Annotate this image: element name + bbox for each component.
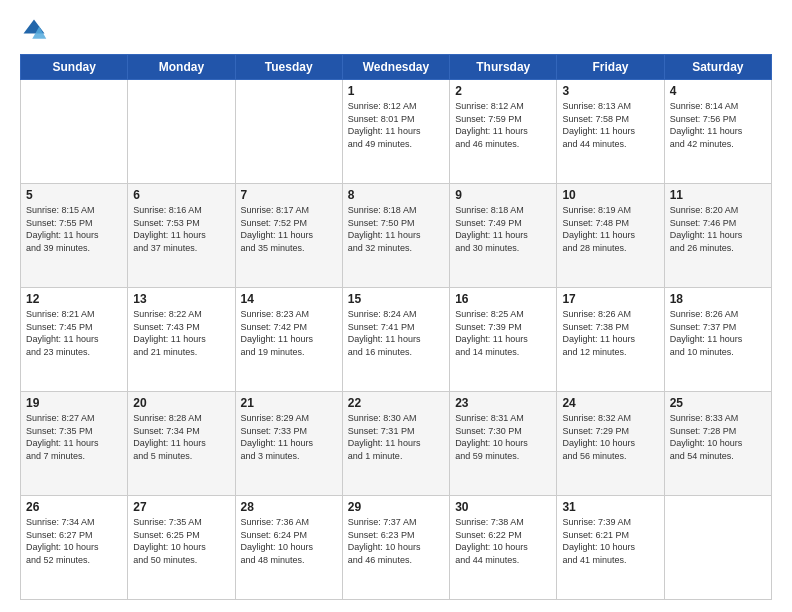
weekday-header-thursday: Thursday xyxy=(450,55,557,80)
day-info: Sunrise: 8:20 AM Sunset: 7:46 PM Dayligh… xyxy=(670,204,766,254)
day-cell-21: 21Sunrise: 8:29 AM Sunset: 7:33 PM Dayli… xyxy=(235,392,342,496)
day-number: 17 xyxy=(562,292,658,306)
day-cell-25: 25Sunrise: 8:33 AM Sunset: 7:28 PM Dayli… xyxy=(664,392,771,496)
day-number: 16 xyxy=(455,292,551,306)
day-info: Sunrise: 7:37 AM Sunset: 6:23 PM Dayligh… xyxy=(348,516,444,566)
day-cell-31: 31Sunrise: 7:39 AM Sunset: 6:21 PM Dayli… xyxy=(557,496,664,600)
day-number: 9 xyxy=(455,188,551,202)
day-cell-9: 9Sunrise: 8:18 AM Sunset: 7:49 PM Daylig… xyxy=(450,184,557,288)
day-number: 5 xyxy=(26,188,122,202)
day-info: Sunrise: 8:30 AM Sunset: 7:31 PM Dayligh… xyxy=(348,412,444,462)
weekday-header-friday: Friday xyxy=(557,55,664,80)
day-info: Sunrise: 8:15 AM Sunset: 7:55 PM Dayligh… xyxy=(26,204,122,254)
logo-icon xyxy=(20,16,48,44)
day-info: Sunrise: 8:18 AM Sunset: 7:49 PM Dayligh… xyxy=(455,204,551,254)
empty-cell xyxy=(664,496,771,600)
weekday-row: SundayMondayTuesdayWednesdayThursdayFrid… xyxy=(21,55,772,80)
page: SundayMondayTuesdayWednesdayThursdayFrid… xyxy=(0,0,792,612)
day-info: Sunrise: 8:16 AM Sunset: 7:53 PM Dayligh… xyxy=(133,204,229,254)
day-info: Sunrise: 8:12 AM Sunset: 8:01 PM Dayligh… xyxy=(348,100,444,150)
day-number: 3 xyxy=(562,84,658,98)
day-info: Sunrise: 8:14 AM Sunset: 7:56 PM Dayligh… xyxy=(670,100,766,150)
day-info: Sunrise: 8:25 AM Sunset: 7:39 PM Dayligh… xyxy=(455,308,551,358)
weekday-header-monday: Monday xyxy=(128,55,235,80)
day-cell-27: 27Sunrise: 7:35 AM Sunset: 6:25 PM Dayli… xyxy=(128,496,235,600)
day-number: 26 xyxy=(26,500,122,514)
day-cell-26: 26Sunrise: 7:34 AM Sunset: 6:27 PM Dayli… xyxy=(21,496,128,600)
day-cell-20: 20Sunrise: 8:28 AM Sunset: 7:34 PM Dayli… xyxy=(128,392,235,496)
day-info: Sunrise: 8:17 AM Sunset: 7:52 PM Dayligh… xyxy=(241,204,337,254)
day-cell-16: 16Sunrise: 8:25 AM Sunset: 7:39 PM Dayli… xyxy=(450,288,557,392)
day-number: 1 xyxy=(348,84,444,98)
day-cell-5: 5Sunrise: 8:15 AM Sunset: 7:55 PM Daylig… xyxy=(21,184,128,288)
day-cell-18: 18Sunrise: 8:26 AM Sunset: 7:37 PM Dayli… xyxy=(664,288,771,392)
day-cell-23: 23Sunrise: 8:31 AM Sunset: 7:30 PM Dayli… xyxy=(450,392,557,496)
day-cell-19: 19Sunrise: 8:27 AM Sunset: 7:35 PM Dayli… xyxy=(21,392,128,496)
day-number: 12 xyxy=(26,292,122,306)
day-info: Sunrise: 8:24 AM Sunset: 7:41 PM Dayligh… xyxy=(348,308,444,358)
day-cell-13: 13Sunrise: 8:22 AM Sunset: 7:43 PM Dayli… xyxy=(128,288,235,392)
day-number: 7 xyxy=(241,188,337,202)
weekday-header-saturday: Saturday xyxy=(664,55,771,80)
logo xyxy=(20,16,52,44)
day-number: 30 xyxy=(455,500,551,514)
day-number: 20 xyxy=(133,396,229,410)
day-info: Sunrise: 8:19 AM Sunset: 7:48 PM Dayligh… xyxy=(562,204,658,254)
day-info: Sunrise: 8:26 AM Sunset: 7:37 PM Dayligh… xyxy=(670,308,766,358)
calendar-header: SundayMondayTuesdayWednesdayThursdayFrid… xyxy=(21,55,772,80)
day-info: Sunrise: 8:33 AM Sunset: 7:28 PM Dayligh… xyxy=(670,412,766,462)
day-cell-3: 3Sunrise: 8:13 AM Sunset: 7:58 PM Daylig… xyxy=(557,80,664,184)
day-number: 23 xyxy=(455,396,551,410)
day-info: Sunrise: 8:27 AM Sunset: 7:35 PM Dayligh… xyxy=(26,412,122,462)
day-number: 31 xyxy=(562,500,658,514)
day-number: 14 xyxy=(241,292,337,306)
day-cell-11: 11Sunrise: 8:20 AM Sunset: 7:46 PM Dayli… xyxy=(664,184,771,288)
day-info: Sunrise: 8:26 AM Sunset: 7:38 PM Dayligh… xyxy=(562,308,658,358)
day-info: Sunrise: 8:31 AM Sunset: 7:30 PM Dayligh… xyxy=(455,412,551,462)
day-cell-17: 17Sunrise: 8:26 AM Sunset: 7:38 PM Dayli… xyxy=(557,288,664,392)
day-cell-7: 7Sunrise: 8:17 AM Sunset: 7:52 PM Daylig… xyxy=(235,184,342,288)
weekday-header-wednesday: Wednesday xyxy=(342,55,449,80)
day-info: Sunrise: 7:36 AM Sunset: 6:24 PM Dayligh… xyxy=(241,516,337,566)
day-number: 19 xyxy=(26,396,122,410)
day-info: Sunrise: 8:12 AM Sunset: 7:59 PM Dayligh… xyxy=(455,100,551,150)
day-cell-4: 4Sunrise: 8:14 AM Sunset: 7:56 PM Daylig… xyxy=(664,80,771,184)
day-number: 13 xyxy=(133,292,229,306)
day-number: 22 xyxy=(348,396,444,410)
day-number: 25 xyxy=(670,396,766,410)
day-cell-24: 24Sunrise: 8:32 AM Sunset: 7:29 PM Dayli… xyxy=(557,392,664,496)
header xyxy=(20,16,772,44)
day-info: Sunrise: 8:18 AM Sunset: 7:50 PM Dayligh… xyxy=(348,204,444,254)
day-cell-14: 14Sunrise: 8:23 AM Sunset: 7:42 PM Dayli… xyxy=(235,288,342,392)
day-cell-12: 12Sunrise: 8:21 AM Sunset: 7:45 PM Dayli… xyxy=(21,288,128,392)
day-number: 4 xyxy=(670,84,766,98)
day-number: 24 xyxy=(562,396,658,410)
day-number: 2 xyxy=(455,84,551,98)
day-info: Sunrise: 7:34 AM Sunset: 6:27 PM Dayligh… xyxy=(26,516,122,566)
day-cell-8: 8Sunrise: 8:18 AM Sunset: 7:50 PM Daylig… xyxy=(342,184,449,288)
day-cell-29: 29Sunrise: 7:37 AM Sunset: 6:23 PM Dayli… xyxy=(342,496,449,600)
day-info: Sunrise: 8:13 AM Sunset: 7:58 PM Dayligh… xyxy=(562,100,658,150)
day-number: 15 xyxy=(348,292,444,306)
day-number: 10 xyxy=(562,188,658,202)
day-cell-1: 1Sunrise: 8:12 AM Sunset: 8:01 PM Daylig… xyxy=(342,80,449,184)
day-number: 29 xyxy=(348,500,444,514)
weekday-header-sunday: Sunday xyxy=(21,55,128,80)
day-number: 21 xyxy=(241,396,337,410)
day-info: Sunrise: 7:35 AM Sunset: 6:25 PM Dayligh… xyxy=(133,516,229,566)
day-info: Sunrise: 7:38 AM Sunset: 6:22 PM Dayligh… xyxy=(455,516,551,566)
day-info: Sunrise: 8:32 AM Sunset: 7:29 PM Dayligh… xyxy=(562,412,658,462)
day-number: 18 xyxy=(670,292,766,306)
day-info: Sunrise: 8:21 AM Sunset: 7:45 PM Dayligh… xyxy=(26,308,122,358)
day-cell-15: 15Sunrise: 8:24 AM Sunset: 7:41 PM Dayli… xyxy=(342,288,449,392)
week-row-1: 1Sunrise: 8:12 AM Sunset: 8:01 PM Daylig… xyxy=(21,80,772,184)
day-cell-10: 10Sunrise: 8:19 AM Sunset: 7:48 PM Dayli… xyxy=(557,184,664,288)
day-cell-30: 30Sunrise: 7:38 AM Sunset: 6:22 PM Dayli… xyxy=(450,496,557,600)
day-cell-28: 28Sunrise: 7:36 AM Sunset: 6:24 PM Dayli… xyxy=(235,496,342,600)
day-cell-6: 6Sunrise: 8:16 AM Sunset: 7:53 PM Daylig… xyxy=(128,184,235,288)
day-number: 8 xyxy=(348,188,444,202)
day-info: Sunrise: 8:22 AM Sunset: 7:43 PM Dayligh… xyxy=(133,308,229,358)
weekday-header-tuesday: Tuesday xyxy=(235,55,342,80)
day-number: 11 xyxy=(670,188,766,202)
day-info: Sunrise: 8:29 AM Sunset: 7:33 PM Dayligh… xyxy=(241,412,337,462)
